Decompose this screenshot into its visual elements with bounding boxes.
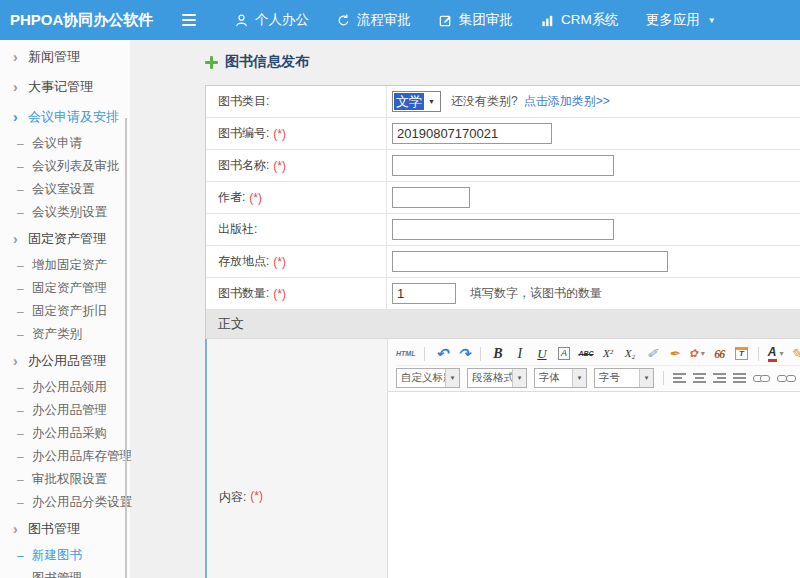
- sidebar-item[interactable]: 固定资产折旧: [0, 300, 130, 323]
- sidebar-item[interactable]: 会议室设置: [0, 178, 130, 201]
- field-label: 图书类目:: [206, 86, 387, 117]
- section-header: 正文: [206, 310, 800, 339]
- quantity-input[interactable]: [392, 283, 456, 304]
- select-arrow-icon: ▾: [445, 369, 459, 387]
- custom-title-select[interactable]: 自定义标题 ▾: [396, 368, 460, 388]
- sidebar-item[interactable]: 图书管理: [0, 514, 130, 544]
- italic-button[interactable]: I: [512, 344, 527, 364]
- sidebar-scrollbar[interactable]: [125, 118, 127, 578]
- sidebar-item[interactable]: 增加固定资产: [0, 254, 130, 277]
- book-name-input[interactable]: [392, 155, 614, 176]
- sidebar-item[interactable]: 资产类别: [0, 323, 130, 346]
- sidebar-item[interactable]: 审批权限设置: [0, 468, 130, 491]
- editor-toolbar-row-2: 自定义标题 ▾ 段落格式 ▾ 字体 ▾ 字号: [396, 366, 800, 389]
- select-arrow-icon: ▾: [512, 369, 526, 387]
- format-brush-button[interactable]: ✒: [667, 344, 682, 364]
- field-label: 图书名称: (*): [206, 150, 387, 181]
- superscript-button[interactable]: X²: [601, 344, 616, 364]
- form-row-content: 内容: (*) HTML↶↷BIUAABCX²X₂✐✒✿66TA✎≡≡ 自定义标…: [205, 339, 800, 578]
- subscript-button[interactable]: X₂: [623, 344, 638, 364]
- required-mark: (*): [250, 489, 263, 503]
- menu-item-personal-office[interactable]: 个人办公: [234, 11, 309, 29]
- paragraph-format-select[interactable]: 段落格式 ▾: [467, 368, 527, 388]
- sidebar-item[interactable]: 固定资产管理: [0, 277, 130, 300]
- sidebar-item[interactable]: 会议类别设置: [0, 201, 130, 224]
- page-title: 图书信息发布: [205, 47, 800, 77]
- menu-toggle-button[interactable]: [182, 0, 216, 40]
- app-logo: PHPOA协同办公软件: [0, 11, 182, 30]
- highlight-button[interactable]: ✎: [791, 344, 800, 364]
- font-family-select[interactable]: 字体 ▾: [534, 368, 587, 388]
- chevron-right-icon: [13, 49, 28, 65]
- insert-link-button[interactable]: [753, 373, 770, 383]
- undo-button[interactable]: ↶: [434, 344, 449, 364]
- sidebar-item[interactable]: 图书管理: [0, 567, 130, 578]
- font-size-select[interactable]: 字号 ▾: [594, 368, 654, 388]
- sidebar-item[interactable]: 办公用品库存管理: [0, 445, 130, 468]
- remove-format-button[interactable]: ✐: [645, 344, 660, 364]
- strikethrough-button[interactable]: ABC: [578, 344, 593, 364]
- menu-item-workflow-approval[interactable]: 流程审批: [336, 11, 411, 29]
- category-select[interactable]: 文学 ▼: [392, 91, 441, 112]
- sidebar-item[interactable]: 办公用品管理: [0, 399, 130, 422]
- required-mark: (*): [273, 287, 286, 301]
- sidebar-item[interactable]: 办公用品管理: [0, 346, 130, 376]
- book-form: 图书类目: 文学 ▼ 还没有类别? 点击添加类别>> 图书编号: (*): [205, 85, 800, 578]
- sidebar-item[interactable]: 办公用品分类设置: [0, 491, 130, 514]
- book-code-input[interactable]: [392, 123, 552, 144]
- dash-icon: [17, 183, 32, 197]
- sidebar-item[interactable]: 新闻管理: [0, 42, 130, 72]
- chevron-right-icon: [13, 79, 28, 95]
- sidebar-item[interactable]: 办公用品采购: [0, 422, 130, 445]
- sidebar-item[interactable]: 会议申请: [0, 132, 130, 155]
- toolbar-separator: [758, 347, 759, 361]
- dash-icon: [17, 496, 32, 510]
- add-category-link[interactable]: 点击添加类别>>: [524, 93, 610, 110]
- align-right-button[interactable]: [713, 373, 726, 383]
- rich-text-editor: HTML↶↷BIUAABCX²X₂✐✒✿66TA✎≡≡ 自定义标题 ▾ 段落格式…: [388, 339, 800, 578]
- toolbar-separator: [424, 347, 425, 361]
- html-source-button[interactable]: HTML: [396, 344, 415, 364]
- sidebar-item[interactable]: 新建图书: [0, 544, 130, 567]
- category-note: 还没有类别?: [451, 93, 518, 110]
- remove-link-button[interactable]: [777, 373, 794, 383]
- dash-icon: [17, 549, 32, 563]
- circular-arrow-icon: [336, 13, 351, 28]
- underline-button[interactable]: U: [534, 344, 549, 364]
- form-row-publisher: 出版社:: [206, 214, 800, 246]
- editor-content-area[interactable]: [388, 392, 800, 578]
- sidebar-item[interactable]: 办公用品领用: [0, 376, 130, 399]
- menu-item-crm[interactable]: CRM系统: [540, 11, 619, 29]
- edit-square-icon: [438, 13, 453, 28]
- sidebar-item[interactable]: 会议列表及审批: [0, 155, 130, 178]
- main-content: 图书信息发布 图书类目: 文学 ▼ 还没有类别? 点击添加类别>> 图: [130, 40, 800, 578]
- menu-item-more-apps[interactable]: 更多应用 ▼: [646, 11, 716, 29]
- font-color-button[interactable]: A: [768, 344, 784, 364]
- align-left-button[interactable]: [673, 373, 686, 383]
- bold-button[interactable]: B: [490, 344, 505, 364]
- form-row-book-code: 图书编号: (*): [206, 118, 800, 150]
- dash-icon: [17, 404, 32, 418]
- dash-icon: [17, 473, 32, 487]
- dash-icon: [17, 160, 32, 174]
- chevron-right-icon: [13, 109, 28, 125]
- redo-button[interactable]: ↷: [456, 344, 471, 364]
- author-input[interactable]: [392, 187, 470, 208]
- menu-item-group-approval[interactable]: 集团审批: [438, 11, 513, 29]
- paste-text-button[interactable]: T: [734, 344, 749, 364]
- editor-toolbar: HTML↶↷BIUAABCX²X₂✐✒✿66TA✎≡≡ 自定义标题 ▾ 段落格式…: [388, 339, 800, 392]
- color-dots-button[interactable]: ✿: [689, 344, 705, 364]
- dash-icon: [17, 259, 32, 273]
- required-mark: (*): [273, 127, 286, 141]
- font-name-button[interactable]: A: [556, 344, 571, 364]
- blockquote-button[interactable]: 66: [712, 344, 727, 364]
- sidebar-item[interactable]: 会议申请及安排: [0, 102, 130, 132]
- align-justify-button[interactable]: [733, 373, 746, 383]
- publisher-input[interactable]: [392, 219, 614, 240]
- sidebar-item[interactable]: 固定资产管理: [0, 224, 130, 254]
- topbar: PHPOA协同办公软件 个人办公 流程审批: [0, 0, 800, 40]
- dash-icon: [17, 328, 32, 342]
- sidebar-item[interactable]: 大事记管理: [0, 72, 130, 102]
- location-input[interactable]: [392, 251, 668, 272]
- align-center-button[interactable]: [693, 373, 706, 383]
